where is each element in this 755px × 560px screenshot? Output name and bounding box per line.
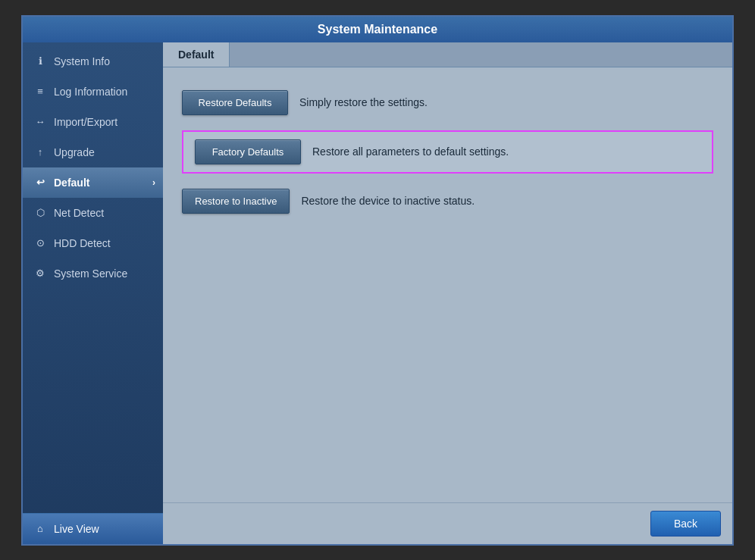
system-service-icon: ⚙	[34, 267, 46, 280]
bottom-bar: Back	[163, 502, 732, 544]
sidebar-item-import-export[interactable]: ↔Import/Export	[23, 107, 163, 137]
restore-defaults-description: Simply restore the settings.	[299, 96, 428, 108]
title-bar: System Maintenance	[23, 17, 732, 42]
sidebar-item-net-detect[interactable]: ⬡Net Detect	[23, 198, 163, 228]
sidebar-item-label: Upgrade	[54, 146, 95, 158]
sidebar-item-label: Live View	[54, 523, 99, 535]
restore-defaults-button[interactable]: Restore Defaults	[182, 90, 288, 115]
live-view-icon: ⌂	[34, 523, 46, 535]
system-info-icon: ℹ	[34, 55, 46, 67]
content-area: ℹSystem Info≡Log Information↔Import/Expo…	[23, 42, 732, 544]
sidebar-item-label: System Info	[54, 55, 110, 67]
sidebar-item-label: Net Detect	[54, 207, 104, 219]
sidebar-item-system-info[interactable]: ℹSystem Info	[23, 46, 163, 77]
upgrade-icon: ↑	[34, 146, 46, 158]
action-row-factory-defaults: Factory DefaultsRestore all parameters t…	[182, 130, 713, 174]
tab-default[interactable]: Default	[163, 42, 230, 67]
sidebar-item-upgrade[interactable]: ↑Upgrade	[23, 137, 163, 167]
main-window: System Maintenance ℹSystem Info≡Log Info…	[21, 15, 734, 546]
restore-inactive-description: Restore the device to inactive status.	[301, 195, 475, 207]
window-title: System Maintenance	[318, 23, 437, 36]
tab-bar: Default	[163, 42, 732, 67]
sidebar: ℹSystem Info≡Log Information↔Import/Expo…	[23, 42, 163, 544]
sidebar-item-live-view[interactable]: ⌂ Live View	[23, 513, 163, 544]
restore-inactive-button[interactable]: Restore to Inactive	[182, 189, 290, 214]
import-export-icon: ↔	[34, 116, 46, 128]
main-content: Default Restore DefaultsSimply restore t…	[163, 42, 732, 544]
sidebar-item-hdd-detect[interactable]: ⊙HDD Detect	[23, 228, 163, 258]
factory-defaults-button[interactable]: Factory Defaults	[195, 139, 301, 164]
sidebar-bottom: ⌂ Live View	[23, 513, 163, 544]
sidebar-item-label: Default	[54, 177, 89, 189]
main-body: Restore DefaultsSimply restore the setti…	[163, 67, 732, 502]
action-row-restore-inactive: Restore to InactiveRestore the device to…	[182, 189, 713, 214]
action-row-restore-defaults: Restore DefaultsSimply restore the setti…	[182, 90, 713, 115]
hdd-detect-icon: ⊙	[34, 237, 46, 249]
sidebar-item-default[interactable]: ↩Default›	[23, 167, 163, 198]
log-information-icon: ≡	[34, 86, 46, 98]
sidebar-item-log-information[interactable]: ≡Log Information	[23, 77, 163, 107]
sidebar-item-label: HDD Detect	[54, 237, 111, 249]
expand-arrow-icon: ›	[152, 177, 155, 188]
sidebar-item-label: Import/Export	[54, 116, 117, 128]
default-icon: ↩	[34, 177, 46, 189]
sidebar-item-label: Log Information	[54, 86, 127, 98]
net-detect-icon: ⬡	[34, 207, 46, 219]
sidebar-item-system-service[interactable]: ⚙System Service	[23, 258, 163, 289]
sidebar-item-label: System Service	[54, 267, 127, 280]
factory-defaults-description: Restore all parameters to default settin…	[312, 145, 509, 158]
back-button[interactable]: Back	[650, 511, 721, 537]
